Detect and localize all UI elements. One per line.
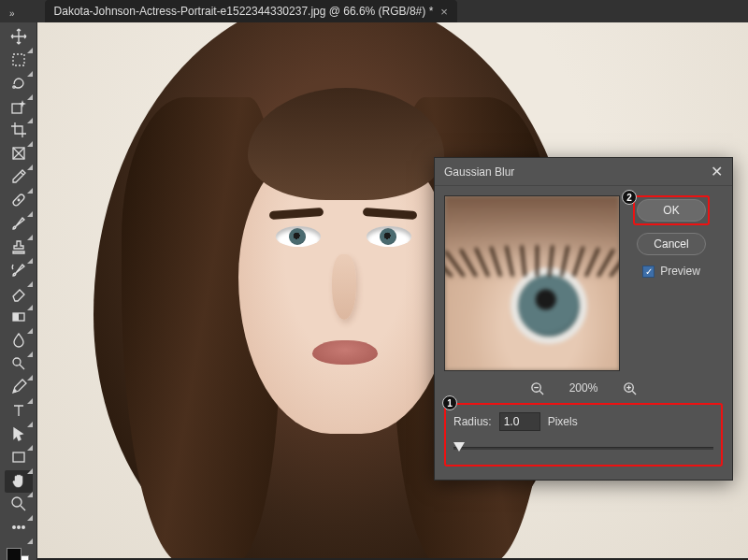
- close-dialog-icon[interactable]: ✕: [711, 163, 723, 180]
- eraser-icon: [10, 285, 27, 305]
- svg-line-23: [632, 391, 636, 395]
- callout-badge-1: 1: [442, 395, 457, 410]
- dots-icon: [10, 519, 27, 538]
- droplet-icon: [10, 332, 27, 352]
- svg-rect-2: [12, 104, 22, 113]
- radius-slider[interactable]: [453, 442, 713, 453]
- healing-brush-tool[interactable]: [5, 190, 33, 212]
- path-select-tool[interactable]: [5, 424, 33, 446]
- lasso-icon: [10, 75, 27, 94]
- ok-highlight: OK: [633, 195, 710, 225]
- gradient-tool[interactable]: [5, 307, 33, 329]
- app-root: » Dakota-Johnson-Actress-Portrait-e15223…: [0, 0, 748, 560]
- frame-icon: [10, 145, 27, 165]
- svg-line-11: [20, 365, 24, 369]
- checkbox-icon: ✓: [642, 266, 654, 278]
- frame-tool[interactable]: [5, 143, 33, 165]
- svg-point-10: [13, 358, 21, 366]
- dodge-tool[interactable]: [5, 353, 33, 376]
- radius-unit-label: Pixels: [548, 415, 578, 428]
- svg-rect-9: [13, 313, 19, 321]
- document-tab-label: Dakota-Johnson-Actress-Portrait-e1522344…: [54, 5, 434, 18]
- svg-point-12: [14, 390, 16, 392]
- arrow-icon: [10, 425, 27, 445]
- foreground-swatch[interactable]: [7, 548, 22, 560]
- gradient-icon: [10, 309, 27, 328]
- rect-icon: [10, 449, 27, 468]
- radius-input[interactable]: [499, 412, 540, 431]
- rectangle-tool[interactable]: [5, 447, 33, 469]
- dialog-title: Gaussian Blur: [444, 165, 514, 179]
- svg-line-15: [21, 506, 25, 510]
- history-brush-tool[interactable]: [5, 260, 33, 282]
- eraser-tool[interactable]: [5, 283, 33, 306]
- svg-point-18: [22, 525, 24, 528]
- stamp-icon: [10, 238, 27, 258]
- expand-panels-icon[interactable]: »: [7, 5, 17, 22]
- move-icon: [10, 28, 27, 48]
- quick-select-tool[interactable]: [5, 96, 33, 119]
- tools-panel: [0, 22, 37, 560]
- clone-stamp-tool[interactable]: [5, 237, 33, 259]
- marquee-icon: [10, 51, 27, 71]
- svg-point-17: [17, 525, 20, 528]
- dialog-titlebar[interactable]: Gaussian Blur ✕: [435, 158, 732, 186]
- pen-tool[interactable]: [5, 377, 33, 399]
- hand-tool[interactable]: [5, 470, 33, 493]
- svg-point-1: [12, 85, 14, 87]
- color-swatches[interactable]: [5, 548, 33, 560]
- preview-checkbox-label: Preview: [660, 265, 700, 278]
- type-icon: [10, 402, 27, 422]
- brush-tool[interactable]: [5, 213, 33, 236]
- hand-icon: [10, 472, 27, 492]
- blur-preview[interactable]: [444, 195, 620, 371]
- eyedropper-tool[interactable]: [5, 166, 33, 189]
- close-tab-icon[interactable]: ×: [440, 5, 448, 19]
- ok-button[interactable]: OK: [637, 199, 706, 222]
- gaussian-blur-dialog: Gaussian Blur ✕ 2 OK Cancel ✓: [434, 157, 733, 481]
- radius-control-group: 1 Radius: Pixels: [444, 403, 723, 467]
- history-brush-icon: [10, 262, 27, 281]
- svg-point-14: [12, 497, 22, 507]
- zoom-in-icon[interactable]: [622, 381, 637, 395]
- svg-point-16: [12, 525, 15, 528]
- cancel-button[interactable]: Cancel: [637, 233, 706, 255]
- edit-toolbar[interactable]: [5, 517, 33, 539]
- callout-badge-2: 2: [622, 190, 637, 205]
- zoom-icon: [10, 495, 27, 515]
- lasso-tool[interactable]: [5, 73, 33, 95]
- zoom-tool[interactable]: [5, 494, 33, 516]
- svg-line-20: [539, 391, 543, 395]
- zoom-out-icon[interactable]: [530, 381, 545, 395]
- preview-zoom-bar: 200%: [435, 375, 732, 401]
- radius-label: Radius:: [453, 415, 492, 428]
- marquee-tool[interactable]: [5, 50, 33, 72]
- zoom-level-label: 200%: [569, 381, 598, 395]
- crop-icon: [10, 122, 27, 141]
- svg-rect-0: [13, 54, 24, 65]
- wand-rect-icon: [10, 98, 27, 118]
- lollipop-icon: [10, 355, 27, 375]
- svg-point-7: [18, 199, 20, 201]
- eyedropper-icon: [10, 168, 27, 188]
- type-tool[interactable]: [5, 400, 33, 423]
- pen-icon: [10, 379, 27, 398]
- brush-icon: [10, 215, 27, 235]
- preview-checkbox[interactable]: ✓ Preview: [642, 265, 700, 278]
- document-tab[interactable]: Dakota-Johnson-Actress-Portrait-e1522344…: [45, 0, 457, 22]
- svg-rect-13: [13, 452, 24, 462]
- move-tool[interactable]: [5, 26, 33, 49]
- blur-tool[interactable]: [5, 330, 33, 352]
- bandaid-icon: [10, 192, 27, 211]
- document-tabbar: » Dakota-Johnson-Actress-Portrait-e15223…: [0, 0, 748, 22]
- crop-tool[interactable]: [5, 120, 33, 142]
